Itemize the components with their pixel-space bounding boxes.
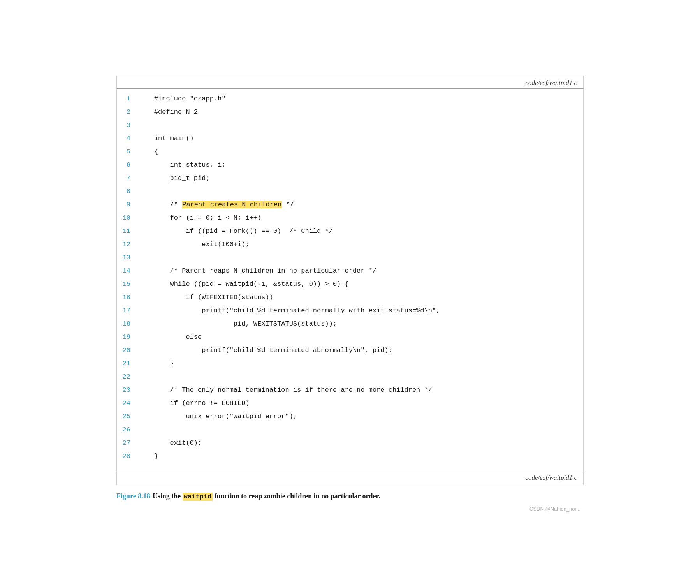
code-content: int main() [138,135,194,142]
code-line: 25 unix_error("waitpid error"); [117,413,583,426]
code-content: } [138,452,158,460]
code-line: 3 [117,121,583,135]
line-number: 25 [117,413,138,420]
line-number: 27 [117,439,138,447]
code-content: #include "csapp.h" [138,95,225,102]
code-line: 11 if ((pid = Fork()) == 0) /* Child */ [117,227,583,241]
code-line: 9 /* Parent creates N children */ [117,201,583,214]
line-number: 24 [117,400,138,407]
code-line: 2 #define N 2 [117,108,583,121]
line-number: 22 [117,373,138,380]
code-line: 17 printf("child %d terminated normally … [117,307,583,320]
line-number: 6 [117,161,138,169]
code-line: 18 pid, WEXITSTATUS(status)); [117,320,583,333]
watermark: CSDN @Nahida_nor... [116,504,584,512]
code-content: if ((pid = Fork()) == 0) /* Child */ [138,227,333,235]
code-content: for (i = 0; i < N; i++) [138,214,261,222]
line-number: 5 [117,148,138,155]
code-line: 23 /* The only normal termination is if … [117,386,583,400]
code-content: exit(100+i); [138,241,250,248]
figure-caption: Figure 8.18 Using the waitpid function t… [116,485,584,504]
line-number: 12 [117,241,138,248]
code-content: } [138,360,174,367]
line-number: 14 [117,267,138,275]
line-number: 17 [117,307,138,314]
line-number: 3 [117,121,138,129]
code-line: 6 int status, i; [117,161,583,174]
code-line: 20 printf("child %d terminated abnormall… [117,347,583,360]
line-number: 4 [117,135,138,142]
code-content: if (WIFEXITED(status)) [138,294,273,301]
code-line: 24 if (errno != ECHILD) [117,400,583,413]
line-number: 1 [117,95,138,102]
code-line: 13 [117,254,583,267]
code-line: 12 exit(100+i); [117,241,583,254]
code-content: pid_t pid; [138,174,210,182]
code-content: if (errno != ECHILD) [138,400,250,407]
line-number: 2 [117,108,138,116]
figure-label: Figure 8.18 [116,492,150,500]
code-content: /* The only normal termination is if the… [138,386,432,394]
line-number: 13 [117,254,138,261]
line-number: 26 [117,426,138,433]
code-line: 5 { [117,148,583,161]
code-footer: code/ecf/waitpid1.c [117,472,583,485]
code-line: 19 else [117,333,583,347]
code-content: pid, WEXITSTATUS(status)); [138,320,337,327]
code-line: 8 [117,188,583,201]
line-number: 21 [117,360,138,367]
code-content: #define N 2 [138,108,198,116]
highlighted-text: Parent creates N children [182,201,282,208]
code-line: 15 while ((pid = waitpid(-1, &status, 0)… [117,280,583,294]
line-number: 16 [117,294,138,301]
code-line: 21 } [117,360,583,373]
caption-code-word: waitpid [183,493,213,501]
line-number: 18 [117,320,138,327]
code-content: exit(0); [138,439,202,447]
code-line: 7 pid_t pid; [117,174,583,188]
line-number: 7 [117,174,138,182]
code-line: 28 } [117,452,583,466]
code-content: unix_error("waitpid error"); [138,413,297,420]
code-content: else [138,333,202,341]
footer-filename: code/ecf/waitpid1.c [525,474,577,482]
code-line: 1 #include "csapp.h" [117,95,583,108]
code-line: 10 for (i = 0; i < N; i++) [117,214,583,227]
line-number: 23 [117,386,138,394]
code-line: 26 [117,426,583,439]
line-number: 10 [117,214,138,222]
line-number: 19 [117,333,138,341]
line-number: 8 [117,188,138,195]
code-content: /* Parent reaps N children in no particu… [138,267,376,275]
code-content: printf("child %d terminated abnormally\n… [138,347,392,354]
line-number: 20 [117,347,138,354]
code-content: printf("child %d terminated normally wit… [138,307,440,314]
code-line: 27 exit(0); [117,439,583,452]
code-content: { [138,148,158,155]
code-line: 14 /* Parent reaps N children in no part… [117,267,583,280]
code-content: int status, i; [138,161,225,169]
line-number: 28 [117,452,138,460]
code-content: /* Parent creates N children */ [138,201,294,208]
code-content: while ((pid = waitpid(-1, &status, 0)) >… [138,280,349,288]
code-body: 1 #include "csapp.h" 2 #define N 2 3 4 i… [117,89,583,472]
line-number: 9 [117,201,138,208]
line-number: 11 [117,227,138,235]
caption-text-before: Using the waitpid function to reap zombi… [153,492,380,500]
code-line: 22 [117,373,583,386]
code-line: 4 int main() [117,135,583,148]
line-number: 15 [117,280,138,288]
header-filename: code/ecf/waitpid1.c [525,79,577,87]
code-header: code/ecf/waitpid1.c [117,76,583,89]
code-line: 16 if (WIFEXITED(status)) [117,294,583,307]
